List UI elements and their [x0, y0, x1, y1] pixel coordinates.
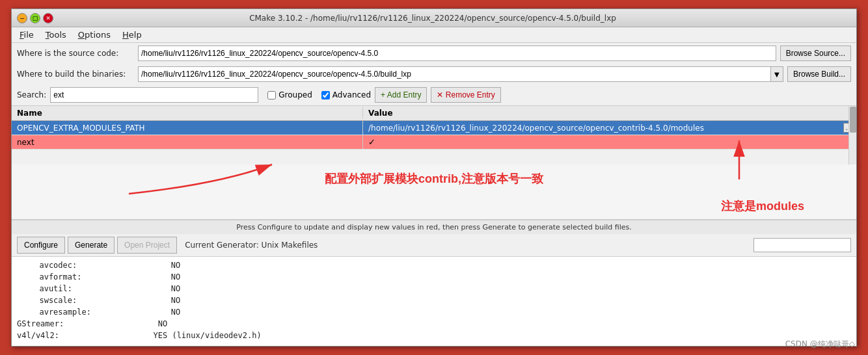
menubar: File Tools Options Help: [12, 27, 856, 43]
build-input-group: ▼: [138, 66, 783, 82]
checkmark-icon: ✓: [368, 137, 375, 147]
output-line: [17, 341, 851, 346]
grouped-checkbox-group: Grouped: [267, 90, 312, 99]
source-label: Where is the source code:: [17, 49, 134, 58]
source-input[interactable]: [138, 46, 776, 61]
cell-value-next: ✓: [363, 135, 856, 149]
table-header: Name Value: [12, 106, 856, 121]
table-row[interactable]: next ✓: [12, 135, 856, 150]
menu-options[interactable]: Options: [73, 29, 116, 41]
build-row: Where to build the binaries: ▼ Browse Bu…: [12, 64, 856, 85]
cell-name-opencv: OPENCV_EXTRA_MODULES_PATH: [12, 121, 363, 135]
cmake-window: − □ ✕ CMake 3.10.2 - /home/liu/rv1126/rv…: [11, 8, 857, 347]
window-controls: − □ ✕: [17, 13, 53, 23]
generator-label: Current Generator: Unix Makefiles: [185, 241, 318, 250]
browse-build-button[interactable]: Browse Build...: [787, 66, 851, 82]
add-entry-button[interactable]: + Add Entry: [375, 87, 427, 103]
open-project-button[interactable]: Open Project: [117, 237, 177, 254]
bottom-area: Configure Generate Open Project Current …: [12, 234, 856, 346]
window-title: CMake 3.10.2 - /home/liu/rv1126/rv1126_l…: [53, 14, 812, 23]
bottom-search-input[interactable]: [753, 238, 851, 252]
titlebar: − □ ✕ CMake 3.10.2 - /home/liu/rv1126/rv…: [12, 9, 856, 27]
grouped-label: Grouped: [278, 90, 312, 99]
build-label: Where to build the binaries:: [17, 70, 134, 79]
generate-button[interactable]: Generate: [68, 237, 115, 254]
scrollbar-thumb[interactable]: [850, 107, 856, 133]
browse-source-button[interactable]: Browse Source...: [780, 46, 851, 61]
output-line: avcodec: NO: [17, 259, 851, 271]
output-line: avformat: NO: [17, 271, 851, 283]
build-dropdown-button[interactable]: ▼: [770, 66, 783, 82]
menu-help[interactable]: Help: [117, 29, 147, 41]
output-area: avcodec: NO avformat: NO avutil: NO swsc…: [12, 257, 856, 346]
table-row[interactable]: OPENCV_EXTRA_MODULES_PATH /home/liu/rv11…: [12, 121, 856, 135]
configure-button[interactable]: Configure: [17, 237, 65, 254]
status-bar: Press Configure to update and display ne…: [12, 220, 856, 234]
build-input[interactable]: [138, 66, 770, 82]
annotation-area: 配置外部扩展模块contrib,注意版本号一致 注意是modules: [12, 164, 856, 220]
output-line: GStreamer: NO: [17, 318, 851, 330]
minimize-button[interactable]: −: [17, 13, 27, 23]
output-line: avutil: NO: [17, 283, 851, 295]
menu-tools[interactable]: Tools: [40, 29, 72, 41]
advanced-checkbox[interactable]: [321, 91, 330, 99]
remove-entry-button[interactable]: ✕ Remove Entry: [431, 87, 500, 103]
advanced-label: Advanced: [332, 90, 371, 99]
menu-file[interactable]: File: [14, 29, 39, 41]
col-name-header: Name: [12, 107, 363, 119]
col-value-header: Value: [363, 107, 856, 119]
output-line: v4l/v4l2: YES (linux/videodev2.h): [17, 330, 851, 341]
advanced-checkbox-group: Advanced: [321, 90, 371, 99]
close-button[interactable]: ✕: [43, 13, 53, 23]
bottom-toolbar: Configure Generate Open Project Current …: [12, 234, 856, 257]
search-label: Search:: [17, 90, 46, 99]
annotation-right-text: 注意是modules: [721, 198, 804, 214]
cell-name-next: next: [12, 135, 363, 149]
annotation-center-text: 配置外部扩展模块contrib,注意版本号一致: [325, 171, 543, 187]
maximize-button[interactable]: □: [30, 13, 40, 23]
cmake-table-area: Name Value OPENCV_EXTRA_MODULES_PATH /ho…: [12, 106, 856, 164]
toolbar-row: Search: Grouped Advanced + Add Entry ✕ R…: [12, 85, 856, 106]
scrollbar[interactable]: [848, 106, 856, 164]
output-line: avresample: NO: [17, 306, 851, 318]
cell-value-text: /home/liu/rv1126/rv1126_linux_220224/ope…: [368, 124, 851, 133]
search-input[interactable]: [50, 87, 258, 103]
grouped-checkbox[interactable]: [267, 91, 276, 99]
output-line: swscale: NO: [17, 295, 851, 306]
cell-value-opencv: /home/liu/rv1126/rv1126_linux_220224/ope…: [363, 121, 856, 135]
watermark: CSDN @纯净哒哥◇: [785, 339, 855, 350]
source-row: Where is the source code: Browse Source.…: [12, 43, 856, 64]
